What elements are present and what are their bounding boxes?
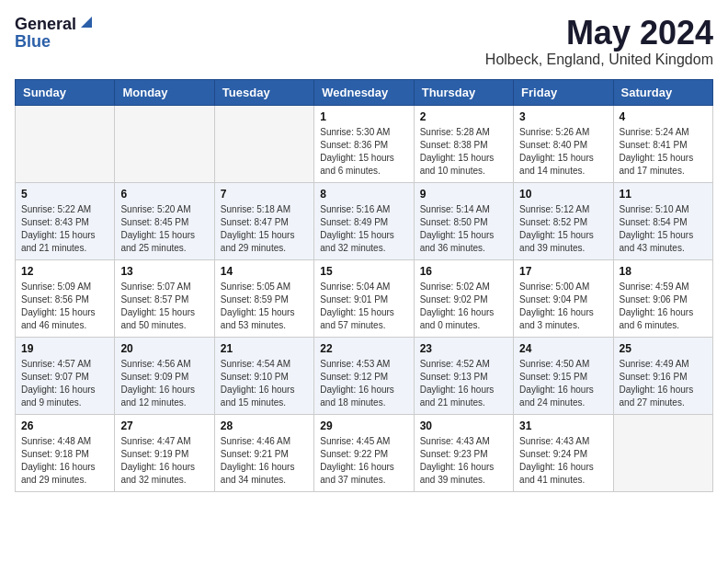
table-row: 8Sunrise: 5:16 AM Sunset: 8:49 PM Daylig… [314, 182, 414, 259]
table-row: 31Sunrise: 4:43 AM Sunset: 9:24 PM Dayli… [514, 414, 613, 491]
header-wednesday: Wednesday [314, 79, 414, 105]
day-number: 3 [519, 110, 607, 123]
day-number: 18 [620, 265, 707, 278]
day-number: 27 [120, 419, 208, 432]
calendar-week-row: 19Sunrise: 4:57 AM Sunset: 9:07 PM Dayli… [16, 337, 713, 414]
table-row: 25Sunrise: 4:49 AM Sunset: 9:16 PM Dayli… [613, 337, 712, 414]
day-info: Sunrise: 5:05 AM Sunset: 8:59 PM Dayligh… [221, 281, 308, 332]
table-row: 14Sunrise: 5:05 AM Sunset: 8:59 PM Dayli… [214, 259, 313, 337]
table-row: 15Sunrise: 5:04 AM Sunset: 9:01 PM Dayli… [314, 259, 414, 337]
table-row: 1Sunrise: 5:30 AM Sunset: 8:36 PM Daylig… [314, 105, 414, 182]
day-info: Sunrise: 4:50 AM Sunset: 9:15 PM Dayligh… [519, 358, 607, 409]
table-row: 30Sunrise: 4:43 AM Sunset: 9:23 PM Dayli… [414, 414, 513, 491]
header-tuesday: Tuesday [214, 79, 313, 105]
day-info: Sunrise: 5:07 AM Sunset: 8:57 PM Dayligh… [120, 281, 208, 332]
calendar-title: May 2024 [485, 15, 713, 52]
day-info: Sunrise: 5:04 AM Sunset: 9:01 PM Dayligh… [320, 281, 407, 332]
day-number: 1 [320, 110, 407, 123]
day-info: Sunrise: 5:16 AM Sunset: 8:49 PM Dayligh… [320, 203, 407, 255]
header-friday: Friday [514, 79, 613, 105]
day-number: 9 [420, 188, 507, 201]
day-info: Sunrise: 4:43 AM Sunset: 9:24 PM Dayligh… [519, 435, 607, 487]
table-row [115, 105, 214, 182]
day-number: 16 [420, 265, 507, 278]
day-number: 12 [21, 265, 108, 278]
logo-triangle-icon [79, 15, 94, 29]
table-row: 13Sunrise: 5:07 AM Sunset: 8:57 PM Dayli… [115, 259, 214, 337]
table-row: 16Sunrise: 5:02 AM Sunset: 9:02 PM Dayli… [414, 259, 513, 337]
day-info: Sunrise: 5:02 AM Sunset: 9:02 PM Dayligh… [420, 281, 507, 332]
table-row: 20Sunrise: 4:56 AM Sunset: 9:09 PM Dayli… [115, 337, 214, 414]
table-row: 26Sunrise: 4:48 AM Sunset: 9:18 PM Dayli… [16, 414, 115, 491]
day-number: 20 [120, 342, 208, 355]
day-number: 4 [620, 110, 707, 123]
day-number: 14 [221, 265, 308, 278]
table-row: 4Sunrise: 5:24 AM Sunset: 8:41 PM Daylig… [613, 105, 712, 182]
day-number: 6 [120, 188, 208, 201]
day-number: 10 [519, 188, 607, 201]
day-info: Sunrise: 5:26 AM Sunset: 8:40 PM Dayligh… [519, 126, 607, 178]
day-number: 19 [21, 342, 108, 355]
table-row: 12Sunrise: 5:09 AM Sunset: 8:56 PM Dayli… [16, 259, 115, 337]
title-block: May 2024 Holbeck, England, United Kingdo… [485, 15, 713, 68]
table-row: 5Sunrise: 5:22 AM Sunset: 8:43 PM Daylig… [16, 182, 115, 259]
table-row: 28Sunrise: 4:46 AM Sunset: 9:21 PM Dayli… [214, 414, 313, 491]
calendar-week-row: 1Sunrise: 5:30 AM Sunset: 8:36 PM Daylig… [16, 105, 713, 182]
table-row: 29Sunrise: 4:45 AM Sunset: 9:22 PM Dayli… [314, 414, 414, 491]
day-info: Sunrise: 4:52 AM Sunset: 9:13 PM Dayligh… [420, 358, 507, 409]
table-row: 9Sunrise: 5:14 AM Sunset: 8:50 PM Daylig… [414, 182, 513, 259]
day-number: 26 [21, 419, 108, 432]
calendar-week-row: 5Sunrise: 5:22 AM Sunset: 8:43 PM Daylig… [16, 182, 713, 259]
table-row: 7Sunrise: 5:18 AM Sunset: 8:47 PM Daylig… [214, 182, 313, 259]
day-info: Sunrise: 5:10 AM Sunset: 8:54 PM Dayligh… [620, 203, 707, 255]
day-number: 7 [221, 188, 308, 201]
day-number: 23 [420, 342, 507, 355]
day-info: Sunrise: 5:28 AM Sunset: 8:38 PM Dayligh… [420, 126, 507, 178]
day-number: 2 [420, 110, 507, 123]
calendar-table: Sunday Monday Tuesday Wednesday Thursday… [15, 79, 713, 492]
table-row: 2Sunrise: 5:28 AM Sunset: 8:38 PM Daylig… [414, 105, 513, 182]
day-info: Sunrise: 4:49 AM Sunset: 9:16 PM Dayligh… [620, 358, 707, 409]
table-row: 22Sunrise: 4:53 AM Sunset: 9:12 PM Dayli… [314, 337, 414, 414]
day-info: Sunrise: 4:48 AM Sunset: 9:18 PM Dayligh… [21, 435, 108, 487]
day-info: Sunrise: 4:47 AM Sunset: 9:19 PM Dayligh… [120, 435, 208, 487]
day-number: 28 [221, 419, 308, 432]
table-row: 24Sunrise: 4:50 AM Sunset: 9:15 PM Dayli… [514, 337, 613, 414]
table-row [16, 105, 115, 182]
header-monday: Monday [115, 79, 214, 105]
table-row [214, 105, 313, 182]
logo-general-text: General [15, 16, 76, 32]
table-row: 6Sunrise: 5:20 AM Sunset: 8:45 PM Daylig… [115, 182, 214, 259]
day-number: 5 [21, 188, 108, 201]
day-number: 11 [620, 188, 707, 201]
day-info: Sunrise: 4:57 AM Sunset: 9:07 PM Dayligh… [21, 358, 108, 409]
table-row: 27Sunrise: 4:47 AM Sunset: 9:19 PM Dayli… [115, 414, 214, 491]
calendar-week-row: 26Sunrise: 4:48 AM Sunset: 9:18 PM Dayli… [16, 414, 713, 491]
day-info: Sunrise: 4:46 AM Sunset: 9:21 PM Dayligh… [221, 435, 308, 487]
header-sunday: Sunday [16, 79, 115, 105]
table-row: 3Sunrise: 5:26 AM Sunset: 8:40 PM Daylig… [514, 105, 613, 182]
day-info: Sunrise: 4:59 AM Sunset: 9:06 PM Dayligh… [620, 281, 707, 332]
day-number: 25 [620, 342, 707, 355]
table-row: 17Sunrise: 5:00 AM Sunset: 9:04 PM Dayli… [514, 259, 613, 337]
table-row: 18Sunrise: 4:59 AM Sunset: 9:06 PM Dayli… [613, 259, 712, 337]
day-number: 31 [519, 419, 607, 432]
page-header: General Blue May 2024 Holbeck, England, … [15, 15, 713, 68]
day-number: 29 [320, 419, 407, 432]
logo-blue-text: Blue [15, 33, 51, 50]
day-info: Sunrise: 4:56 AM Sunset: 9:09 PM Dayligh… [120, 358, 208, 409]
table-row: 10Sunrise: 5:12 AM Sunset: 8:52 PM Dayli… [514, 182, 613, 259]
day-info: Sunrise: 4:54 AM Sunset: 9:10 PM Dayligh… [221, 358, 308, 409]
logo: General Blue [15, 15, 94, 50]
day-info: Sunrise: 5:14 AM Sunset: 8:50 PM Dayligh… [420, 203, 507, 255]
table-row: 23Sunrise: 4:52 AM Sunset: 9:13 PM Dayli… [414, 337, 513, 414]
day-info: Sunrise: 4:45 AM Sunset: 9:22 PM Dayligh… [320, 435, 407, 487]
day-number: 13 [120, 265, 208, 278]
day-info: Sunrise: 5:30 AM Sunset: 8:36 PM Dayligh… [320, 126, 407, 178]
header-saturday: Saturday [613, 79, 712, 105]
day-number: 15 [320, 265, 407, 278]
table-row [613, 414, 712, 491]
table-row: 11Sunrise: 5:10 AM Sunset: 8:54 PM Dayli… [613, 182, 712, 259]
table-row: 21Sunrise: 4:54 AM Sunset: 9:10 PM Dayli… [214, 337, 313, 414]
calendar-header-row: Sunday Monday Tuesday Wednesday Thursday… [16, 79, 713, 105]
